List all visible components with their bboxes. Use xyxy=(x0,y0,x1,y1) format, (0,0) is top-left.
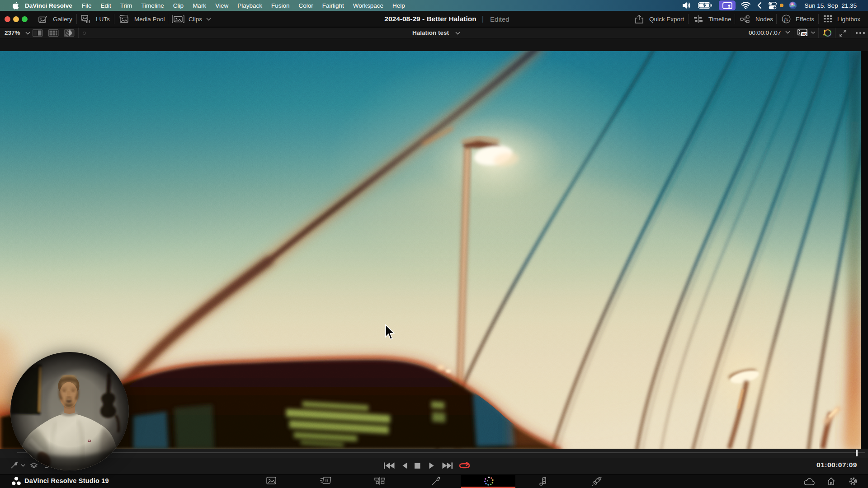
svg-text:HQ: HQ xyxy=(802,33,807,36)
